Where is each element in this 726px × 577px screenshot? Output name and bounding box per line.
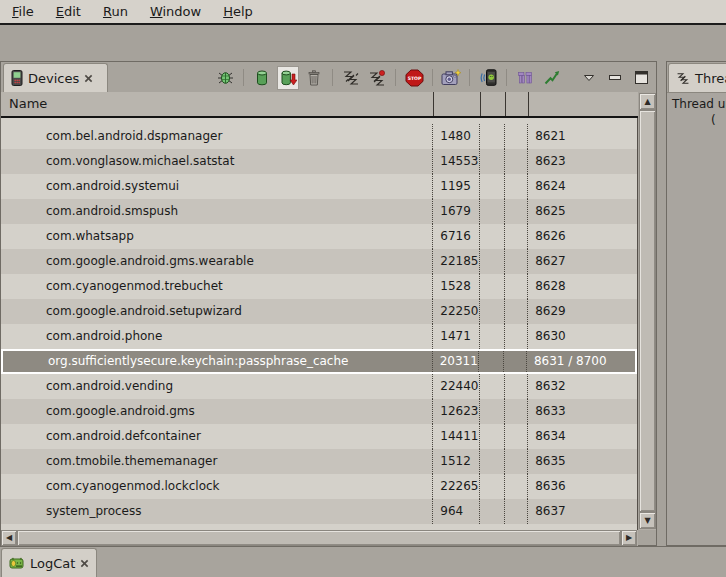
toolbar-separator bbox=[332, 69, 333, 86]
threads-icon bbox=[342, 70, 360, 86]
process-row[interactable]: com.cyanogenmod.trebuchet 1528 8628 bbox=[1, 274, 637, 299]
menu-window[interactable]: Window bbox=[150, 4, 201, 19]
tab-logcat-label: LogCat bbox=[30, 556, 75, 571]
start-opengl-trace-button[interactable] bbox=[540, 66, 562, 90]
cell-name: com.android.vending bbox=[1, 374, 433, 399]
capture-systrace-button[interactable] bbox=[514, 66, 536, 90]
tab-logcat[interactable]: LogCat bbox=[1, 548, 97, 577]
stop-process-button[interactable]: STOP bbox=[403, 66, 425, 90]
column-header-name[interactable]: Name bbox=[1, 92, 434, 116]
process-row[interactable]: com.vonglasow.michael.satstat 14553 8623 bbox=[1, 149, 637, 174]
cell-empty-4 bbox=[505, 149, 528, 174]
minimize-icon bbox=[609, 75, 621, 81]
update-heap-button[interactable] bbox=[251, 66, 273, 90]
scroll-up-button[interactable]: ▲ bbox=[639, 93, 656, 110]
cell-ports: 8636 bbox=[528, 474, 637, 499]
cell-ports: 8623 bbox=[528, 149, 637, 174]
tab-threads[interactable]: Threa bbox=[668, 63, 726, 92]
heap-dump-icon bbox=[280, 70, 297, 86]
process-row[interactable]: org.sufficientlysecure.keychain:passphra… bbox=[1, 349, 637, 374]
process-row[interactable]: com.whatsapp 6716 8626 bbox=[1, 224, 637, 249]
cell-name: com.google.android.gms bbox=[1, 399, 433, 424]
cell-empty-4 bbox=[505, 374, 528, 399]
cell-empty-4 bbox=[504, 351, 527, 372]
update-threads-button[interactable] bbox=[340, 66, 362, 90]
cell-pid: 1471 bbox=[433, 324, 480, 349]
cell-pid: 12623 bbox=[433, 399, 480, 424]
cell-empty-4 bbox=[505, 199, 528, 224]
stop-icon: STOP bbox=[405, 69, 424, 87]
menu-run[interactable]: Run bbox=[103, 4, 128, 19]
capture-device-screen-button[interactable] bbox=[477, 66, 499, 90]
method-profiling-icon bbox=[368, 70, 386, 86]
scroll-right-button[interactable]: ▶ bbox=[621, 530, 637, 546]
close-icon[interactable] bbox=[84, 74, 93, 83]
process-row[interactable]: com.android.systemui 1195 8624 bbox=[1, 174, 637, 199]
maximize-button[interactable] bbox=[630, 66, 652, 90]
process-row[interactable]: com.android.defcontainer 14411 8634 bbox=[1, 424, 637, 449]
toolbar-separator bbox=[395, 69, 396, 86]
horizontal-scroll-thumb[interactable] bbox=[17, 530, 621, 546]
vertical-scrollbar[interactable]: ▲ ▼ bbox=[639, 93, 656, 530]
cell-empty-4 bbox=[505, 399, 528, 424]
cell-ports: 8628 bbox=[528, 274, 637, 299]
menu-help[interactable]: Help bbox=[223, 4, 253, 19]
threads-tab-icon bbox=[676, 72, 690, 85]
cell-ports: 8634 bbox=[528, 424, 637, 449]
start-method-profiling-button[interactable] bbox=[366, 66, 388, 90]
screen-capture-button[interactable] bbox=[440, 66, 462, 90]
devices-tabbar: Devices bbox=[1, 62, 656, 92]
cell-pid: 1480 bbox=[433, 124, 480, 149]
cause-gc-button[interactable] bbox=[303, 66, 325, 90]
process-row[interactable]: com.android.smspush 1679 8625 bbox=[1, 199, 637, 224]
debug-bug-icon bbox=[217, 70, 234, 86]
process-row[interactable]: com.bel.android.dspmanager 1480 8621 bbox=[1, 124, 637, 149]
toolbar-separator bbox=[243, 69, 244, 86]
process-row[interactable]: com.google.android.gms 12623 8633 bbox=[1, 399, 637, 424]
process-row[interactable]: com.google.android.gms.wearable 22185 86… bbox=[1, 249, 637, 274]
process-table-header: Name bbox=[1, 92, 638, 118]
cell-pid: 22250 bbox=[433, 299, 480, 324]
toolbar-separator bbox=[469, 69, 470, 86]
horizontal-scrollbar[interactable]: ◀ ▶ bbox=[1, 530, 638, 546]
process-row[interactable]: com.android.phone 1471 8630 bbox=[1, 324, 637, 349]
cell-empty-3 bbox=[480, 299, 505, 324]
cell-empty-3 bbox=[480, 274, 505, 299]
panel-sash[interactable] bbox=[658, 61, 666, 546]
process-row[interactable]: system_process 964 8637 bbox=[1, 499, 637, 524]
column-header-pid[interactable] bbox=[434, 92, 481, 116]
column-header-3[interactable] bbox=[481, 92, 506, 116]
ddms-window: File Edit Run Window Help Devices bbox=[0, 0, 726, 577]
toolbar-separator bbox=[506, 69, 507, 86]
cell-pid: 22440 bbox=[433, 374, 480, 399]
cell-ports: 8631 / 8700 bbox=[527, 351, 635, 372]
process-row[interactable]: com.cyanogenmod.lockclock 22265 8636 bbox=[1, 474, 637, 499]
cell-empty-3 bbox=[480, 124, 505, 149]
maximize-icon bbox=[635, 71, 648, 84]
threads-message: Thread up bbox=[672, 97, 726, 111]
minimize-button[interactable] bbox=[604, 66, 626, 90]
cell-ports: 8637 bbox=[528, 499, 637, 524]
cell-name: org.sufficientlysecure.keychain:passphra… bbox=[3, 351, 433, 372]
scroll-down-button[interactable]: ▼ bbox=[639, 512, 656, 529]
column-header-4[interactable] bbox=[506, 92, 529, 116]
cell-pid: 1195 bbox=[433, 174, 480, 199]
cell-ports: 8629 bbox=[528, 299, 637, 324]
scroll-left-button[interactable]: ◀ bbox=[1, 530, 17, 546]
threads-message-continued: ( bbox=[711, 113, 716, 127]
view-menu-button[interactable] bbox=[578, 66, 600, 90]
cell-empty-3 bbox=[480, 474, 505, 499]
cell-ports: 8625 bbox=[528, 199, 637, 224]
debug-attach-button[interactable] bbox=[214, 66, 236, 90]
logcat-icon bbox=[9, 556, 25, 570]
tab-devices[interactable]: Devices bbox=[3, 63, 108, 92]
close-icon[interactable] bbox=[80, 559, 89, 568]
column-header-ports[interactable] bbox=[529, 92, 638, 116]
vertical-scroll-thumb[interactable] bbox=[639, 110, 656, 512]
process-row[interactable]: com.google.android.setupwizard 22250 862… bbox=[1, 299, 637, 324]
dump-hprof-button[interactable] bbox=[277, 66, 299, 90]
menu-edit[interactable]: Edit bbox=[56, 4, 81, 19]
process-row[interactable]: com.tmobile.thememanager 1512 8635 bbox=[1, 449, 637, 474]
process-row[interactable]: com.android.vending 22440 8632 bbox=[1, 374, 637, 399]
menu-file[interactable]: File bbox=[12, 4, 34, 19]
